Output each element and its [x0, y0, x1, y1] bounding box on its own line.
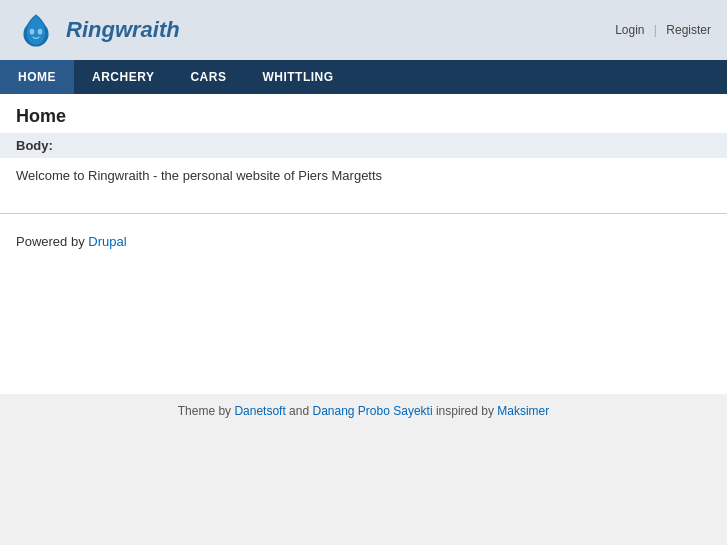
header-divider: | [654, 23, 657, 37]
drupal-link[interactable]: Drupal [88, 234, 126, 249]
danang-link[interactable]: Danang Probo Sayekti [312, 404, 432, 418]
content-divider [0, 213, 727, 214]
theme-text-1: Theme by [178, 404, 235, 418]
site-title: Ringwraith [66, 17, 180, 43]
svg-point-1 [30, 29, 35, 35]
logo-area: Ringwraith [16, 10, 180, 50]
header-links: Login | Register [615, 23, 711, 37]
maksimer-link[interactable]: Maksimer [497, 404, 549, 418]
page-title: Home [0, 94, 727, 133]
footer-theme: Theme by Danetsoft and Danang Probo Saye… [0, 394, 727, 438]
body-content: Welcome to Ringwraith - the personal web… [0, 158, 727, 193]
navbar: HOME ARCHERY CARS WHITTLING [0, 60, 727, 94]
theme-text-3: inspired by [433, 404, 498, 418]
danetsoft-link[interactable]: Danetsoft [234, 404, 285, 418]
powered-prefix: Powered by [16, 234, 88, 249]
nav-item-cars[interactable]: CARS [172, 60, 244, 94]
svg-point-2 [38, 29, 43, 35]
login-link[interactable]: Login [615, 23, 644, 37]
nav-item-whittling[interactable]: WHITTLING [244, 60, 351, 94]
body-label: Body: [0, 133, 727, 158]
register-link[interactable]: Register [666, 23, 711, 37]
footer-powered: Powered by Drupal [0, 224, 727, 269]
nav-item-archery[interactable]: ARCHERY [74, 60, 172, 94]
nav-item-home[interactable]: HOME [0, 60, 74, 94]
content-wrapper: Home Body: Welcome to Ringwraith - the p… [0, 94, 727, 394]
header: Ringwraith Login | Register [0, 0, 727, 60]
theme-text-2: and [286, 404, 313, 418]
drupal-logo-icon [16, 10, 56, 50]
